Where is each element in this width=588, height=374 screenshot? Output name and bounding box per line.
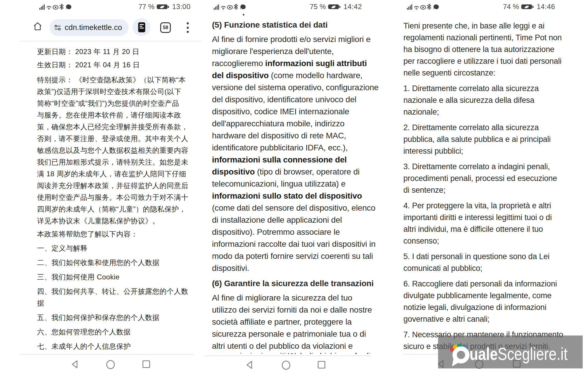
text-line: 1. Direttamente correlato alla sicurezza bbox=[403, 83, 563, 94]
clock: 13:00 bbox=[172, 3, 191, 11]
text-line: 四、我们如何共享、转让、公开披露您的个人数 bbox=[37, 286, 188, 297]
toc-item-1: 一、定义与解释 bbox=[37, 242, 188, 254]
text-line: telecomunicazioni, lingua utilizzata) e bbox=[212, 178, 379, 190]
text-line: 与服务。您在使用本软件前，请仔细阅读本政 bbox=[37, 109, 188, 121]
url-bar[interactable]: cdn.timekettle.co bbox=[50, 19, 128, 36]
home-button[interactable] bbox=[32, 21, 43, 32]
battery-icon bbox=[328, 4, 341, 10]
text-line: nelle seguenti circostanze: bbox=[403, 67, 563, 79]
text-line: 一、定义与解释 bbox=[37, 242, 188, 254]
phone-screenshot-chinese: 77 % 13:00 cdn.timekettle.co bbox=[0, 0, 201, 374]
status-right: 77 % 13:00 bbox=[138, 3, 191, 11]
text-line: informazioni sullo stato del dispositivo bbox=[212, 190, 379, 202]
status-right: 74 % 14:46 bbox=[503, 3, 555, 11]
phone-screenshot-italian-1: 75 % 14:42 (5) Funzione statistica dei d… bbox=[201, 0, 392, 374]
toolbar-divider bbox=[20, 41, 201, 41]
text-line: 使用时空壶产品与服务。本公司致力于对不满十 bbox=[37, 192, 188, 203]
text-line: dell'apparecchiatura mobile, indirizzo bbox=[212, 118, 379, 130]
signal-icon bbox=[407, 4, 412, 10]
page-content-italian-2: Tieni presente che, in base alle leggi e… bbox=[403, 20, 563, 356]
url-text: cdn.timekettle.co bbox=[65, 23, 122, 32]
eye-icon bbox=[53, 6, 58, 9]
text-line: 我们已用加粗形式提示，请特别关注。如您是未 bbox=[37, 156, 188, 168]
text-line: pubblica, alla salute pubblica e ai prin… bbox=[403, 133, 563, 145]
text-line: dispositivo, codice IMEI internazionale bbox=[212, 105, 379, 118]
section-5-heading: (5) Funzione statistica dei dati bbox=[212, 19, 379, 31]
text-line: 三、我们如何使用 Cookie bbox=[37, 271, 188, 283]
status-bar: 75 % 14:42 bbox=[201, 2, 392, 11]
nav-back-button[interactable] bbox=[71, 360, 79, 369]
content-bottom-divider bbox=[204, 355, 371, 356]
toc-item-5: 五、我们如何保护和保存您的个人数据 bbox=[37, 312, 188, 323]
text-line: Al fine di fornire prodotti e/o servizi … bbox=[212, 33, 379, 45]
text-line: interessi pubblici; bbox=[403, 145, 563, 157]
text-line: divulgate pubblicamente legalmente, come bbox=[403, 290, 563, 301]
circumstance-3: 3. Direttamente correlato a indagini pen… bbox=[403, 161, 563, 196]
chat-icon bbox=[66, 4, 71, 10]
tune-icon bbox=[54, 24, 61, 31]
text-line: regolamenti nazionali pertinenti, Time P… bbox=[403, 32, 563, 43]
nav-recents-button[interactable] bbox=[142, 360, 151, 369]
chat-icon bbox=[240, 4, 245, 10]
text-line: comunicati al pubblico; bbox=[403, 262, 563, 274]
text-line: 否则，请不要注册、登录或使用。其中有关个人 bbox=[37, 133, 188, 145]
reader-mode-button[interactable] bbox=[133, 18, 151, 36]
section-6-paragraph: Al fine di migliorare la sicurezza del t… bbox=[212, 292, 379, 352]
battery-percent: 77 % bbox=[138, 3, 155, 11]
wifi-icon bbox=[221, 6, 225, 10]
text-line: utilizzo dei servizi forniti da noi e da… bbox=[212, 304, 379, 316]
text-line: raccoglieremo informazioni sugli attribu… bbox=[212, 57, 379, 69]
text-line: consenso; bbox=[403, 235, 563, 247]
nav-back-icon bbox=[72, 361, 77, 368]
text-line: migliorare l'esperienza dell'utente, bbox=[212, 45, 379, 57]
circumstance-4: 4. Per proteggere la vita, la proprietà … bbox=[403, 200, 563, 247]
text-line: 本政策将帮助您了解以下内容： bbox=[37, 228, 188, 240]
circumstance-5: 5. I dati personali in questione sono da… bbox=[403, 251, 563, 274]
text-line: 敏感信息以及与您个人数据权益相关的重要内容 bbox=[37, 145, 188, 156]
text-line: del dispositivo (come modello hardware, bbox=[212, 69, 379, 81]
toc-item-4: 四、我们如何共享、转让、公开披露您的个人数据 bbox=[37, 286, 188, 309]
page-content-chinese: 更新日期： 2023 年 11 月 20 日生效日期： 2021 年 04 月 … bbox=[37, 46, 188, 355]
circumstance-2: 2. Direttamente correlato alla sicurezza… bbox=[403, 122, 563, 157]
text-line: 2. Direttamente correlato alla sicurezza bbox=[403, 122, 563, 133]
text-line: 生效日期： 2021 年 04 月 16 日 bbox=[37, 59, 188, 71]
page-content-italian-1: (5) Funzione statistica dei datiAl fine … bbox=[212, 19, 379, 352]
intro-paragraph: Tieni presente che, in base alle leggi e… bbox=[403, 20, 563, 79]
text-line: dispositivo (tipo di browser, operatore … bbox=[212, 166, 379, 178]
text-line: modo da poterti fornire servizi coerenti… bbox=[212, 250, 379, 262]
browser-toolbar: cdn.timekettle.co 58 bbox=[0, 17, 201, 38]
status-bar: 77 % 13:00 bbox=[0, 2, 201, 11]
nav-back-button[interactable] bbox=[245, 360, 254, 370]
text-line: 简称“时空壶”或“我们”)为您提供的时空壶产品 bbox=[37, 98, 188, 109]
text-line: informazioni raccolte dai tuoi vari disp… bbox=[212, 238, 379, 250]
text-line: (6) Garantire la sicurezza delle transaz… bbox=[212, 277, 379, 289]
text-line: società affiliate e partner, proteggere … bbox=[212, 316, 379, 328]
nav-recents-button[interactable] bbox=[317, 360, 326, 370]
text-line: identificatore pubblicitario IDFA, ecc.)… bbox=[212, 142, 379, 154]
text-line: informazioni sulla connessione del bbox=[212, 154, 379, 166]
signal-icon bbox=[39, 4, 45, 10]
battery-icon bbox=[521, 4, 534, 10]
text-line: dispositivo). Potremmo associare le bbox=[212, 226, 379, 238]
nav-home-button[interactable] bbox=[106, 360, 116, 370]
wifi-icon bbox=[47, 6, 51, 10]
circumstance-6: 6. Raccogliere dati personali da informa… bbox=[403, 278, 563, 325]
special-notice-paragraph: 特别提示： 《时空壶隐私政策》（以下简称“本政策”)仅适用于深圳时空壶技术有限公… bbox=[37, 74, 188, 227]
nav-home-button[interactable] bbox=[281, 360, 291, 370]
text-line: 特别提示： 《时空壶隐私政策》（以下简称“本 bbox=[37, 74, 188, 86]
tab-switcher-button[interactable]: 58 bbox=[160, 22, 171, 33]
text-line: Al fine di migliorare la sicurezza del t… bbox=[212, 292, 379, 304]
watermark-brand-light: Scegliere.it bbox=[498, 344, 567, 364]
bluetooth-icon bbox=[234, 4, 238, 9]
nav-home-icon bbox=[107, 360, 114, 369]
toc-item-7: 七、未成年人的个人信息保护 bbox=[37, 341, 188, 352]
text-line: del dispositivo, identificatore univoco … bbox=[212, 93, 379, 105]
overflow-menu-button[interactable] bbox=[185, 22, 190, 33]
text-line: 政策”)仅适用于深圳时空壶技术有限公司(以下 bbox=[37, 86, 188, 98]
bluetooth-icon bbox=[60, 4, 63, 9]
text-line: governative e altri canali; bbox=[403, 313, 563, 325]
text-line: 策，确保您本人已经完全理解并接受所有条款， bbox=[37, 121, 188, 133]
reader-mode-icon bbox=[138, 22, 146, 33]
effective-date: 生效日期： 2021 年 04 月 16 日 bbox=[37, 59, 188, 71]
text-line: 6. Raccogliere dati personali da informa… bbox=[403, 278, 563, 290]
